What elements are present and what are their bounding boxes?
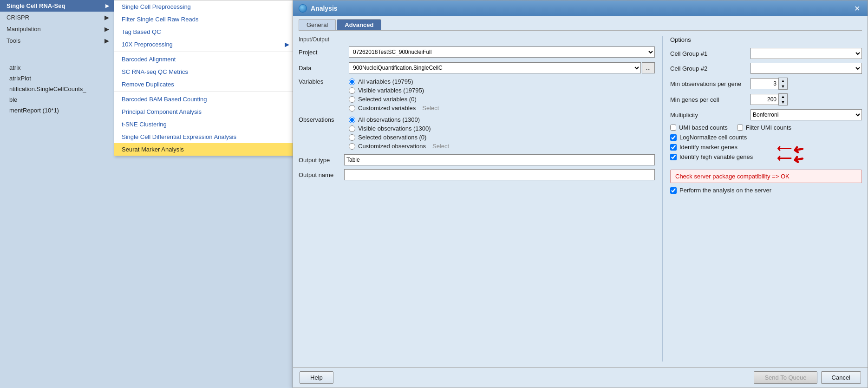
obs-selected-label: Selected observations (0) — [358, 134, 426, 141]
tab-advanced[interactable]: Advanced — [337, 19, 381, 30]
var-selected-label: Selected variables (0) — [358, 96, 417, 103]
identify-hvg-label: Identify high variable genes — [679, 153, 753, 160]
submenu-filter-single-cell[interactable]: Filter Single Cell Raw Reads — [114, 13, 297, 26]
submenu-dropdown: Single Cell Preprocessing Filter Single … — [114, 0, 297, 156]
cell-group2-label: Cell Group #2 — [670, 65, 747, 72]
submenu-tag-based-qc[interactable]: Tag Based QC — [114, 26, 297, 38]
options-title: Options — [670, 36, 862, 43]
obs-custom-label: Customized observations — [358, 143, 426, 150]
input-output-panel: Input/Output Project 07262018TestSC_900n… — [299, 36, 662, 362]
umi-row: UMI based counts Filter UMI counts — [670, 124, 862, 131]
var-visible-row: Visible variables (19795) — [349, 87, 655, 94]
dialog-footer: Help Send To Queue Cancel — [293, 367, 868, 388]
variables-row: Variables All variables (19795) Visible … — [299, 78, 655, 112]
data-label: Data — [299, 65, 345, 72]
min-obs-down[interactable]: ▼ — [779, 84, 787, 89]
var-custom-radio[interactable] — [349, 105, 355, 112]
data-select[interactable]: 900NucleiQuantification.SingleCellC — [349, 62, 641, 73]
lognormalize-checkbox[interactable] — [670, 134, 677, 141]
submenu-single-cell-preprocessing[interactable]: Single Cell Preprocessing — [114, 0, 297, 13]
submenu-sc-qc[interactable]: SC RNA-seq QC Metrics — [114, 66, 297, 78]
left-menu: Single Cell RNA-Seq ▶ CRISPR ▶ Manipulat… — [0, 0, 114, 118]
left-text-report: mentReport (10*1) — [5, 105, 109, 116]
cell-group2-select[interactable] — [751, 63, 862, 74]
io-section-label: Input/Output — [299, 36, 655, 43]
output-type-input[interactable]: Table — [344, 154, 655, 165]
min-obs-up[interactable]: ▲ — [779, 78, 787, 84]
min-genes-up[interactable]: ▲ — [779, 94, 787, 99]
manipulation-label: Manipulation — [7, 26, 41, 33]
min-genes-down[interactable]: ▼ — [779, 99, 787, 105]
footer-right-btns: Send To Queue Cancel — [754, 371, 861, 384]
10x-arrow: ▶ — [285, 41, 289, 48]
cell-group1-select[interactable] — [751, 48, 862, 59]
crispr-menu-item[interactable]: CRISPR ▶ — [0, 12, 114, 23]
project-select[interactable]: 07262018TestSC_900nucleiFull — [349, 46, 655, 58]
umi-based-checkbox[interactable] — [670, 125, 676, 131]
obs-selected-radio[interactable] — [349, 134, 355, 141]
submenu-10x-preprocessing[interactable]: 10X Preprocessing ▶ — [114, 38, 297, 51]
dialog-body: Input/Output Project 07262018TestSC_900n… — [293, 31, 868, 367]
min-obs-input[interactable]: 3 — [751, 78, 778, 89]
submenu-seurat-marker[interactable]: Seurat Marker Analysis — [114, 143, 297, 156]
submenu-tsne[interactable]: t-SNE Clustering — [114, 118, 297, 131]
output-name-input[interactable] — [344, 169, 655, 180]
send-to-queue-button[interactable]: Send To Queue — [754, 371, 817, 384]
min-genes-input[interactable]: 200 — [751, 94, 778, 105]
min-genes-label: Min genes per cell — [670, 96, 747, 103]
crispr-label: CRISPR — [7, 14, 29, 21]
var-custom-row: Customized variables Select — [349, 105, 655, 112]
multiplicity-row: Multiplicity Bonferroni BH None — [670, 109, 862, 120]
help-button[interactable]: Help — [300, 371, 333, 384]
identify-markers-checkbox[interactable] — [670, 144, 677, 151]
var-selected-radio[interactable] — [349, 96, 355, 103]
dialog-title-bar: Analysis ✕ — [293, 0, 868, 16]
variables-options: All variables (19795) Visible variables … — [349, 78, 655, 112]
close-button[interactable]: ✕ — [852, 4, 862, 13]
tab-general[interactable]: General — [299, 19, 336, 30]
single-cell-menu-item[interactable]: Single Cell RNA-Seq ▶ — [0, 0, 114, 12]
crispr-arrow: ▶ — [104, 14, 109, 21]
left-text-matrix: atrix — [5, 62, 109, 73]
perform-server-checkbox[interactable] — [670, 187, 677, 194]
submenu-pca[interactable]: Principal Component Analysis — [114, 105, 297, 118]
lognormalize-row: LogNormalize cell counts — [670, 134, 862, 141]
dialog-title: Analysis — [311, 5, 338, 12]
red-arrow-hvg2: ➜ — [792, 151, 805, 167]
submenu-barcoded-alignment[interactable]: Barcoded Alignment — [114, 53, 297, 66]
left-text-matrixplot: atrixPlot — [5, 73, 109, 84]
tools-menu-item[interactable]: Tools ▶ — [0, 35, 114, 46]
data-row: Data 900NucleiQuantification.SingleCellC… — [299, 62, 655, 73]
menu-arrow-icon: ▶ — [105, 3, 109, 8]
manipulation-menu-item[interactable]: Manipulation ▶ — [0, 23, 114, 35]
multiplicity-select[interactable]: Bonferroni BH None — [751, 109, 862, 120]
obs-custom-row: Customized observations Select — [349, 143, 655, 150]
identify-hvg-checkbox[interactable] — [670, 154, 677, 160]
umi-right: Filter UMI counts — [737, 124, 791, 131]
compat-text: Check server package compatibility => OK — [670, 170, 862, 183]
perform-server-row: Perform the analysis on the server — [670, 187, 862, 194]
divider1 — [114, 52, 297, 52]
single-cell-label: Single Cell RNA-Seq — [7, 2, 65, 9]
dialog-title-left: Analysis — [299, 4, 338, 13]
var-selected-row: Selected variables (0) — [349, 96, 655, 103]
submenu-remove-duplicates[interactable]: Remove Duplicates — [114, 78, 297, 91]
obs-visible-radio[interactable] — [349, 125, 355, 132]
obs-select-link[interactable]: Select — [432, 143, 449, 150]
tools-arrow: ▶ — [104, 37, 109, 44]
lognormalize-label: LogNormalize cell counts — [679, 134, 747, 141]
cancel-button[interactable]: Cancel — [821, 371, 861, 384]
cell-group2-row: Cell Group #2 — [670, 63, 862, 74]
submenu-sc-differential[interactable]: Single Cell Differential Expression Anal… — [114, 131, 297, 143]
data-select-wrapper: 900NucleiQuantification.SingleCellC ... — [349, 62, 655, 73]
data-browse-button[interactable]: ... — [642, 62, 655, 73]
observations-label: Observations — [299, 116, 345, 123]
filter-umi-checkbox[interactable] — [737, 125, 743, 131]
var-all-radio[interactable] — [349, 79, 355, 85]
obs-all-radio[interactable] — [349, 117, 355, 123]
var-select-link[interactable]: Select — [422, 105, 439, 112]
var-visible-radio[interactable] — [349, 87, 355, 94]
obs-custom-radio[interactable] — [349, 143, 355, 150]
cell-group1-label: Cell Group #1 — [670, 50, 747, 57]
submenu-barcoded-bam[interactable]: Barcoded BAM Based Counting — [114, 93, 297, 105]
